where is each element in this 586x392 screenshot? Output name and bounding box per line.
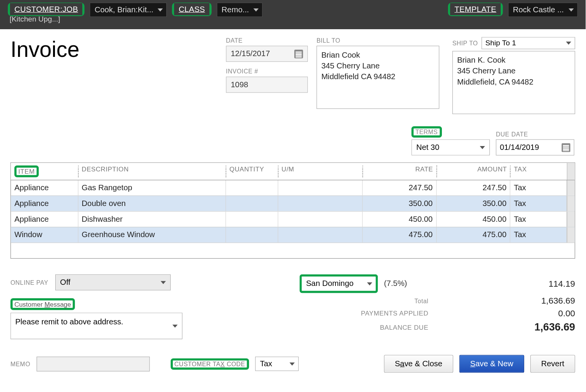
top-toolbar: CUSTOMER:JOB Cook, Brian:Kit... CLASS Re… xyxy=(0,0,586,29)
calendar-icon[interactable] xyxy=(294,50,303,58)
due-date-input[interactable]: 01/14/2019 xyxy=(496,140,574,156)
table-row[interactable]: Window Greenhouse Window 475.00 475.00 T… xyxy=(11,227,574,243)
total-label: Total xyxy=(254,297,437,304)
online-pay-label: ONLINE PAY xyxy=(10,279,48,286)
invoice-number-input[interactable]: 1098 xyxy=(226,76,308,93)
header-rate: RATE xyxy=(363,163,437,180)
online-pay-dropdown[interactable]: Off xyxy=(55,274,171,291)
table-row[interactable]: Appliance Dishwasher 450.00 450.00 Tax xyxy=(11,211,574,227)
terms-label: TERMS xyxy=(415,128,438,135)
calendar-icon[interactable] xyxy=(562,143,571,152)
header-description: DESCRIPTION xyxy=(78,163,226,180)
balance-due-label: BALANCE DUE xyxy=(254,323,437,331)
date-label: DATE xyxy=(226,37,308,44)
class-label: CLASS xyxy=(174,3,209,15)
customer-tax-code-dropdown[interactable]: Tax xyxy=(255,357,299,371)
invoice-number-label: INVOICE # xyxy=(226,68,308,75)
customer-job-label: CUSTOMER:JOB xyxy=(10,3,82,15)
bill-to-label: BILL TO xyxy=(317,37,440,44)
customer-message-dropdown[interactable]: Please remit to above address. xyxy=(10,312,183,339)
table-row[interactable]: Appliance Double oven 350.00 350.00 Tax xyxy=(11,196,574,211)
customer-tax-code-label: CUSTOMER TAX CODE xyxy=(171,358,249,369)
ship-to-label: SHIP TO xyxy=(452,40,478,47)
memo-input[interactable] xyxy=(37,356,150,371)
total-value: 1,636.69 xyxy=(510,296,575,306)
header-um: U/M xyxy=(278,163,362,180)
payments-applied-label: PAYMENTS APPLIED xyxy=(254,310,437,317)
table-body[interactable]: Appliance Gas Rangetop 247.50 247.50 Tax… xyxy=(11,180,574,258)
revert-button[interactable]: Revert xyxy=(530,355,575,372)
table-row[interactable]: Appliance Gas Rangetop 247.50 247.50 Tax xyxy=(11,180,574,196)
template-dropdown[interactable]: Rock Castle ... xyxy=(508,3,578,17)
header-quantity: QUANTITY xyxy=(226,163,278,180)
ship-to-selector[interactable]: Ship To 1 xyxy=(481,37,575,49)
header-tax: TAX xyxy=(510,163,567,180)
customer-job-dropdown[interactable]: Cook, Brian:Kit... xyxy=(90,3,167,17)
bill-to-address[interactable]: Brian Cook345 Cherry LaneMiddlefield CA … xyxy=(317,46,440,109)
date-input[interactable]: 12/15/2017 xyxy=(226,46,308,62)
header-item: ITEM xyxy=(14,166,38,178)
save-new-button[interactable]: Save & New xyxy=(459,355,524,372)
customer-job-subtitle: [Kitchen Upg...] xyxy=(10,15,60,24)
memo-label: MEMO xyxy=(10,360,30,367)
payments-applied-value: 0.00 xyxy=(510,308,575,318)
template-label: TEMPLATE xyxy=(450,3,501,15)
save-close-button[interactable]: Save & Close xyxy=(384,355,453,372)
due-date-label: DUE DATE xyxy=(496,131,574,138)
customer-message-label: Customer Message xyxy=(10,298,75,310)
balance-due-value: 1,636.69 xyxy=(510,321,575,333)
tax-amount: 114.19 xyxy=(510,279,575,289)
terms-dropdown[interactable]: Net 30 xyxy=(412,140,490,156)
header-amount: AMOUNT xyxy=(437,163,510,180)
ship-to-address[interactable]: Brian K. Cook345 Cherry LaneMiddlefield,… xyxy=(452,51,575,114)
class-dropdown[interactable]: Remo... xyxy=(217,3,262,17)
line-items-table: ITEM DESCRIPTION QUANTITY U/M RATE AMOUN… xyxy=(10,163,575,259)
tax-item-dropdown[interactable]: San Domingo xyxy=(300,274,378,293)
page-title: Invoice xyxy=(10,37,217,62)
tax-percentage: (7.5%) xyxy=(384,279,407,288)
